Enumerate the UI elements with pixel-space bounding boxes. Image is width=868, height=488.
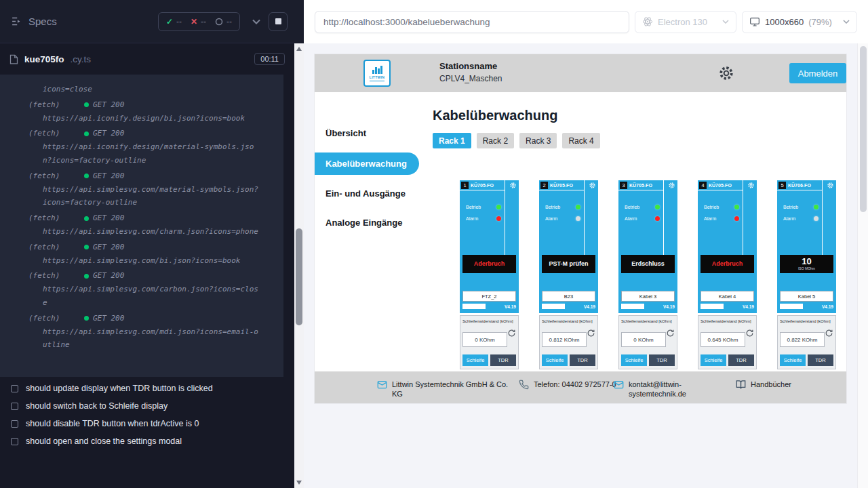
footer-phone: Telefon: 04402 972577-0 [519, 380, 619, 390]
cable-name-field[interactable]: Kabel 5 [780, 291, 833, 302]
app-body: Übersicht Kabelüberwachung Ein- und Ausg… [315, 92, 846, 371]
betrieb-led [576, 205, 580, 209]
device-settings-gear-icon[interactable] [509, 182, 517, 189]
settings-gear-icon[interactable] [717, 64, 735, 82]
schleife-button[interactable]: Schleife [701, 354, 726, 366]
specs-button[interactable]: Specs [11, 16, 57, 27]
tab-rack-4[interactable]: Rack 4 [562, 133, 599, 148]
run-stats[interactable]: ✓ -- ✕ -- -- [158, 12, 240, 31]
test-item[interactable]: should disable TDR button when tdrActive… [0, 415, 294, 432]
viewport-icon [749, 16, 760, 27]
cable-name-field[interactable]: FTZ_2 [462, 291, 516, 302]
specs-menu-icon [11, 16, 22, 27]
sidebar-item-uebersicht[interactable]: Übersicht [315, 123, 420, 144]
log-entry[interactable]: (fetch) GET 200 https://api.simplesvg.co… [28, 312, 277, 352]
schleife-button[interactable]: Schleife [621, 354, 647, 366]
passed-count: ✓ -- [166, 17, 182, 26]
test-item[interactable]: should switch back to Schleife display [0, 397, 294, 415]
chevron-down-icon [722, 20, 729, 24]
status-ok-dot [84, 316, 89, 321]
app-footer: Littwin Systemtechnik GmbH & Co. KG Tele… [315, 371, 846, 403]
collapse-chevron-button[interactable] [248, 12, 264, 31]
stop-button[interactable] [269, 12, 288, 31]
meter-panel: Schleifenwiderstand [kOhm] 0.822 KOhm Sc… [777, 315, 836, 369]
window-scrollbar[interactable] [857, 43, 868, 488]
device-card: 4 KÜ705-FO Betrieb [698, 180, 757, 369]
address-bar: Electron 130 1000x660 (79%) [304, 0, 868, 43]
status-ok-dot [84, 131, 89, 136]
test-item[interactable]: should open and close the settings modal [0, 432, 294, 450]
schleife-button[interactable]: Schleife [462, 354, 488, 366]
tab-rack-2[interactable]: Rack 2 [477, 133, 514, 148]
device-model: KÜ705-FO [471, 183, 494, 188]
device-status: Aderbruch [462, 255, 516, 273]
device-status: Erdschluss [621, 255, 675, 273]
meter-panel: Schleifenwiderstand [kOhm] 0.812 KOhm Sc… [539, 315, 598, 369]
test-item-icon [11, 438, 18, 445]
alarm-led-row: Alarm [545, 216, 580, 221]
cable-name-field[interactable]: Kabel 4 [701, 291, 754, 302]
sidebar-item-ein-und-ausgaenge[interactable]: Ein- und Ausgänge [315, 184, 420, 204]
test-item[interactable]: should update display when TDR button is… [0, 380, 294, 397]
log-entry[interactable]: (fetch) GET 200 https://api.simplesvg.co… [28, 241, 277, 268]
viewport-select[interactable]: 1000x660 (79%) [742, 11, 857, 33]
viewport-zoom: (79%) [808, 17, 832, 27]
status-ok-dot [84, 245, 89, 249]
log-entry[interactable]: (fetch) GET 200 https://api.iconify.desi… [28, 98, 277, 125]
schleife-button[interactable]: Schleife [780, 354, 806, 366]
tab-rack-3[interactable]: Rack 3 [519, 133, 557, 148]
scroll-up-arrow-icon[interactable] [296, 47, 302, 51]
betrieb-led-row: Betrieb [545, 205, 580, 209]
refresh-icon[interactable] [666, 329, 675, 338]
spec-file-name[interactable]: kue705fo [24, 54, 64, 64]
refresh-icon[interactable] [745, 329, 754, 338]
tab-rack-1[interactable]: Rack 1 [433, 133, 471, 148]
scrollbar-thumb[interactable] [860, 46, 867, 212]
command-log: icons=close (fetch) GET 200 https://api.… [0, 75, 283, 377]
test-list: should update display when TDR button is… [0, 380, 294, 450]
tdr-button[interactable]: TDR [808, 354, 833, 366]
scrollbar-thumb[interactable] [296, 228, 302, 325]
firmware-version: V4.19 [822, 304, 833, 309]
tdr-button[interactable]: TDR [570, 354, 595, 366]
cross-icon: ✕ [191, 17, 197, 26]
browser-select[interactable]: Electron 130 [635, 11, 736, 33]
scrollbar-track[interactable] [294, 43, 304, 488]
cable-name-field[interactable]: Kabel 3 [621, 291, 675, 302]
book-icon [736, 380, 746, 390]
cable-name-field[interactable]: B23 [542, 291, 595, 302]
tdr-button[interactable]: TDR [490, 354, 516, 366]
device-cards: 1 KÜ705-FO Betrieb [460, 180, 846, 369]
betrieb-led-row: Betrieb [704, 205, 739, 209]
alarm-led-row: Alarm [704, 216, 739, 221]
device-settings-gear-icon[interactable] [747, 182, 755, 189]
test-item-icon [11, 420, 18, 428]
footer-manuals[interactable]: Handbücher [736, 380, 791, 390]
meter-panel: Schleifenwiderstand [kOhm] 0 KOhm Schlei… [618, 315, 677, 369]
log-entry[interactable]: icons=close [28, 83, 277, 96]
log-entry[interactable]: (fetch) GET 200 https://api.simplesvg.co… [28, 269, 277, 309]
footer-email: kontakt@littwin-systemtechnik.de [614, 380, 694, 399]
tdr-button[interactable]: TDR [728, 354, 754, 366]
tdr-button[interactable]: TDR [649, 354, 675, 366]
scroll-down-arrow-icon[interactable] [296, 481, 302, 485]
refresh-icon[interactable] [507, 329, 516, 338]
device-settings-gear-icon[interactable] [589, 182, 596, 189]
mail-icon [614, 380, 624, 390]
device-settings-gear-icon[interactable] [827, 182, 834, 189]
logout-button[interactable]: Abmelden [789, 63, 846, 83]
schleife-button[interactable]: Schleife [542, 354, 568, 366]
test-title: should open and close the settings modal [26, 436, 182, 446]
refresh-icon[interactable] [587, 329, 595, 338]
log-entry[interactable]: (fetch) GET 200 https://api.iconify.desi… [28, 127, 277, 167]
refresh-icon[interactable] [825, 329, 833, 338]
url-input[interactable] [315, 11, 629, 33]
resistance-value: 0 KOhm [621, 332, 666, 347]
version-chip [701, 304, 724, 309]
sidebar-item-kabelueberwachung[interactable]: Kabelüberwachung [315, 152, 419, 175]
log-entry[interactable]: (fetch) GET 200 https://api.simplesvg.co… [28, 169, 277, 209]
logo-tagline [370, 81, 384, 81]
device-settings-gear-icon[interactable] [668, 182, 675, 189]
sidebar-item-analoge-eingaenge[interactable]: Analoge Eingänge [315, 213, 420, 233]
log-entry[interactable]: (fetch) GET 200 https://api.simplesvg.co… [28, 211, 277, 239]
